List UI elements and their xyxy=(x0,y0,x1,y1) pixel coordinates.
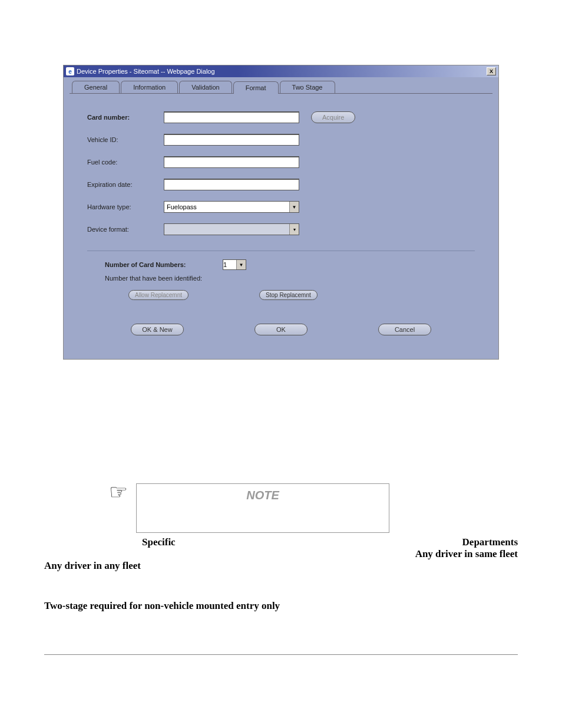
identified-label: Number that have been identified: xyxy=(105,275,223,282)
footer-rule xyxy=(44,654,518,655)
tab-two-stage[interactable]: Two Stage xyxy=(280,81,335,93)
titlebar: e Device Properties - Siteomat -- Webpag… xyxy=(64,65,498,77)
num-card-numbers-select[interactable] xyxy=(223,259,246,270)
pointing-hand-icon: ☞ xyxy=(44,480,136,505)
two-stage-subhead: Two-stage required for non-vehicle mount… xyxy=(44,600,518,612)
card-number-input[interactable] xyxy=(164,111,299,123)
stop-replacement-button[interactable]: Stop Replacemnt xyxy=(259,290,318,300)
specific-text: Specific xyxy=(142,536,176,548)
vehicle-id-label: Vehicle ID: xyxy=(87,136,164,143)
tab-general[interactable]: General xyxy=(72,81,120,93)
allow-replacement-button[interactable]: Allow Replacemnt xyxy=(128,290,189,300)
dialog-title: Device Properties - Siteomat -- Webpage … xyxy=(77,68,215,75)
fuel-code-input[interactable] xyxy=(164,156,299,168)
note-section: ☞ NOTE Specific Departments Any driver i… xyxy=(44,483,518,612)
ok-button[interactable]: OK xyxy=(254,324,308,335)
tab-validation[interactable]: Validation xyxy=(179,81,232,93)
card-number-label: Card number: xyxy=(87,114,164,121)
cancel-button[interactable]: Cancel xyxy=(378,324,431,335)
expiration-date-input[interactable] xyxy=(164,179,299,190)
any-same-fleet-text: Any driver in same fleet xyxy=(415,548,518,559)
close-button[interactable]: X xyxy=(487,67,496,75)
tab-strip: General Information Validation Format Tw… xyxy=(70,81,492,94)
device-properties-dialog: e Device Properties - Siteomat -- Webpag… xyxy=(63,65,499,360)
num-card-numbers-label: Number of Card Numbers: xyxy=(105,261,223,268)
hardware-type-label: Hardware type: xyxy=(87,203,164,210)
device-format-select[interactable] xyxy=(164,223,299,235)
note-box: NOTE xyxy=(136,483,389,533)
tab-information[interactable]: Information xyxy=(121,81,178,93)
fuel-code-label: Fuel code: xyxy=(87,159,164,166)
acquire-button[interactable]: Acquire xyxy=(311,111,355,123)
hardware-type-select[interactable] xyxy=(164,201,299,213)
card-numbers-group: Number of Card Numbers: ▼ Number that ha… xyxy=(87,251,475,300)
departments-text: Departments xyxy=(462,536,518,548)
any-any-fleet-text: Any driver in any fleet xyxy=(44,560,518,572)
ie-icon: e xyxy=(66,67,74,75)
tab-format[interactable]: Format xyxy=(233,81,279,94)
device-format-label: Device format: xyxy=(87,226,164,233)
device-fields-group: Card number: Acquire Vehicle ID: Fuel co… xyxy=(87,111,475,251)
vehicle-id-input[interactable] xyxy=(164,134,299,146)
expiration-date-label: Expiration date: xyxy=(87,181,164,188)
note-title: NOTE xyxy=(246,489,279,502)
ok-new-button[interactable]: OK & New xyxy=(131,324,184,335)
